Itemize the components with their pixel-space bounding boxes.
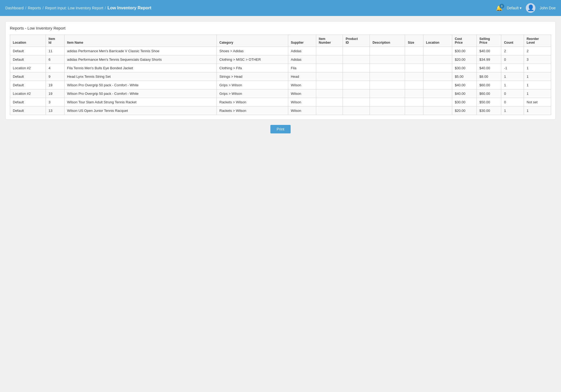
table-cell: [405, 89, 423, 98]
table-row: Default11adidas Performance Men's Barric…: [10, 47, 551, 55]
breadcrumb-sep-2: /: [42, 6, 43, 10]
table-cell: 1: [524, 64, 551, 72]
table-cell: [316, 64, 343, 72]
table-cell: $20.00: [452, 55, 476, 64]
col-cost-price: Cost Price: [452, 35, 476, 47]
table-cell: [370, 55, 405, 64]
table-cell: [370, 81, 405, 89]
table-cell: Head: [288, 72, 316, 81]
table-cell: Fila: [288, 64, 316, 72]
table-cell: Default: [10, 72, 46, 81]
workspace-dropdown[interactable]: Default ▾: [507, 6, 522, 10]
table-cell: [423, 98, 452, 107]
table-cell: adidas Performance Men's Barricade V Cla…: [64, 47, 217, 55]
table-cell: $30.00: [477, 107, 501, 115]
header-right: 🔔 0 Default ▾ 👤 John Doe: [496, 3, 556, 13]
table-cell: Location #2: [10, 64, 46, 72]
username: John Doe: [540, 6, 556, 10]
breadcrumb-sep-1: /: [25, 6, 26, 10]
table-cell: 1: [524, 107, 551, 115]
table-header-row: Location Item Id Item Name Categor: [10, 35, 551, 47]
workspace-label: Default: [507, 6, 519, 10]
col-location2: Location: [423, 35, 452, 47]
table-cell: 0: [501, 55, 524, 64]
table-cell: [343, 81, 370, 89]
table-cell: 1: [524, 89, 551, 98]
table-cell: $40.00: [452, 81, 476, 89]
print-button[interactable]: Print: [270, 125, 291, 133]
table-cell: 1: [524, 72, 551, 81]
col-item-name: Item Name: [64, 35, 217, 47]
table-cell: $40.00: [452, 89, 476, 98]
col-reorder-level: Reorder Level: [524, 35, 551, 47]
table-cell: [343, 55, 370, 64]
breadcrumb-dashboard[interactable]: Dashboard: [5, 6, 24, 10]
table-cell: 19: [46, 89, 64, 98]
table-cell: $34.99: [477, 55, 501, 64]
inventory-table: Location Item Id Item Name Categor: [10, 35, 551, 115]
table-cell: Default: [10, 47, 46, 55]
table-cell: [423, 89, 452, 98]
breadcrumb-sep-3: /: [105, 6, 106, 10]
table-cell: [343, 64, 370, 72]
table-cell: [343, 98, 370, 107]
table-cell: $60.00: [477, 89, 501, 98]
table-cell: 1: [501, 107, 524, 115]
table-cell: Head Lynx Tennis String Set: [64, 72, 217, 81]
table-cell: Clothing > MISC > OTHER: [217, 55, 288, 64]
table-cell: 0: [501, 89, 524, 98]
dropdown-chevron-icon: ▾: [520, 6, 522, 10]
table-cell: Wilson: [288, 81, 316, 89]
breadcrumb-report-input[interactable]: Report Input: Low Inventory Report: [45, 6, 103, 10]
table-cell: 2: [524, 47, 551, 55]
table-cell: [343, 89, 370, 98]
table-cell: Grips > Wilson: [217, 89, 288, 98]
table-cell: $30.00: [452, 47, 476, 55]
table-cell: 3: [46, 98, 64, 107]
table-cell: 13: [46, 107, 64, 115]
table-cell: [316, 107, 343, 115]
table-cell: 0: [501, 98, 524, 107]
table-cell: $20.00: [452, 107, 476, 115]
table-cell: 1: [501, 72, 524, 81]
table-cell: 2: [501, 47, 524, 55]
col-item-id: Item Id: [46, 35, 64, 47]
table-cell: [423, 55, 452, 64]
avatar[interactable]: 👤: [526, 3, 535, 13]
table-cell: Default: [10, 55, 46, 64]
table-cell: [316, 98, 343, 107]
table-cell: [316, 72, 343, 81]
table-cell: [370, 107, 405, 115]
breadcrumb-reports[interactable]: Reports: [28, 6, 41, 10]
table-cell: Strings > Head: [217, 72, 288, 81]
table-cell: $8.00: [477, 72, 501, 81]
table-cell: Location #2: [10, 89, 46, 98]
table-cell: Not set: [524, 98, 551, 107]
table-cell: $30.00: [452, 98, 476, 107]
notification-bell[interactable]: 🔔 0: [496, 5, 503, 11]
table-cell: [370, 47, 405, 55]
table-cell: 4: [46, 64, 64, 72]
table-cell: Default: [10, 81, 46, 89]
table-cell: [370, 64, 405, 72]
table-cell: $50.00: [477, 98, 501, 107]
table-cell: [370, 98, 405, 107]
table-cell: [370, 72, 405, 81]
table-cell: 3: [524, 55, 551, 64]
table-cell: Rackets > Wilson: [217, 98, 288, 107]
table-cell: 11: [46, 47, 64, 55]
col-product-id: Product ID: [343, 35, 370, 47]
table-cell: [423, 64, 452, 72]
table-cell: Default: [10, 98, 46, 107]
table-cell: [405, 72, 423, 81]
col-description: Description: [370, 35, 405, 47]
table-cell: [343, 107, 370, 115]
table-cell: $40.00: [477, 47, 501, 55]
table-cell: Adidas: [288, 47, 316, 55]
table-cell: 1: [524, 81, 551, 89]
table-cell: -1: [501, 64, 524, 72]
table-row: Default19Wilson Pro Overgrip 50 pack - C…: [10, 81, 551, 89]
table-row: Location #219Wilson Pro Overgrip 50 pack…: [10, 89, 551, 98]
header: Dashboard / Reports / Report Input: Low …: [0, 0, 561, 16]
table-cell: Wilson: [288, 107, 316, 115]
